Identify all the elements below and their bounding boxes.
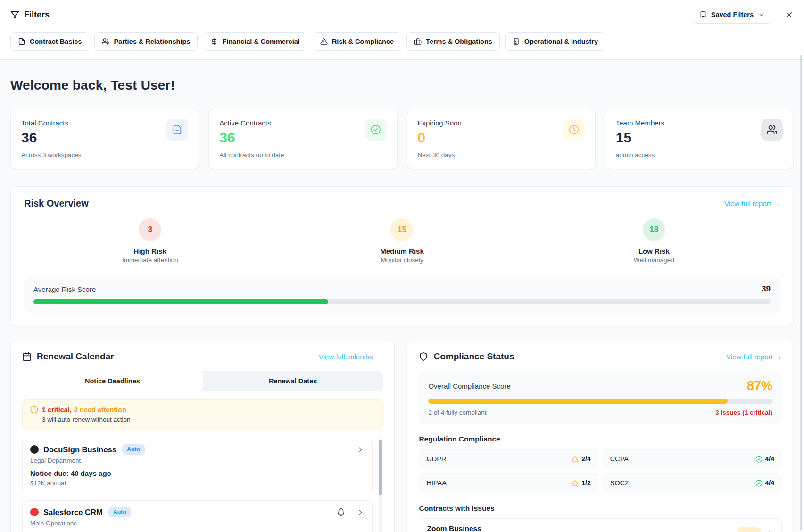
vendor-department: Main Operations (30, 520, 365, 527)
list-scrollbar[interactable] (379, 439, 382, 532)
renewal-list: DocuSign Business Auto Legal Department … (22, 438, 383, 532)
risk-medium-sublabel: Monitor closely (276, 257, 528, 264)
dialog-header: Filters Saved Filters (0, 0, 804, 28)
tab-label: Financial & Commercial (222, 38, 299, 45)
list-scrollbar-thumb[interactable] (379, 440, 382, 495)
tab-parties-relationships[interactable]: Parties & Relationships (94, 32, 198, 51)
tab-operational-industry[interactable]: Operational & Industry (505, 32, 605, 51)
regulation-name: GDPR (426, 455, 446, 463)
stat-card-total-contracts: Total Contracts 36 Across 3 workspaces (10, 109, 199, 169)
building-icon (513, 38, 520, 45)
issues-count-text: 3 issues (1 critical) (715, 409, 772, 416)
renewal-row-docusign[interactable]: DocuSign Business Auto Legal Department … (22, 438, 373, 494)
saved-filters-button[interactable]: Saved Filters (692, 6, 772, 24)
regulation-gdpr: GDPR 2/4 (419, 449, 598, 469)
stat-sublabel: Next 30 days (418, 151, 585, 158)
renewal-row-salesforce[interactable]: Salesforce CRM Auto Main Operations Noti… (22, 500, 373, 532)
stat-label: Total Contracts (21, 119, 68, 127)
dollar-icon (210, 38, 218, 45)
tab-contract-basics[interactable]: Contract Basics (10, 32, 89, 51)
alert-secondary-text: 3 will auto-renew without action (42, 416, 375, 423)
tab-label: Risk & Compliance (332, 38, 394, 45)
alert-triangle-icon (572, 480, 579, 487)
vendor-name: Salesforce CRM (43, 508, 103, 517)
stat-value: 36 (219, 130, 271, 146)
compliance-pct-badge: 72% (737, 527, 761, 532)
briefcase-icon (414, 38, 422, 45)
tab-label: Contract Basics (30, 38, 82, 45)
regulation-soc2: SOC2 4/4 (603, 473, 782, 493)
contract-name: Zoom Business (427, 524, 482, 532)
risk-overview-panel: Risk Overview View full report → 3 High … (10, 186, 794, 326)
tab-risk-compliance[interactable]: Risk & Compliance (313, 32, 401, 51)
tab-renewal-dates[interactable]: Renewal Dates (203, 371, 383, 391)
regulation-count: 4/4 (765, 455, 774, 463)
check-circle-icon (755, 456, 763, 463)
tab-label: Terms & Obligations (426, 38, 492, 45)
compliance-status-panel: Compliance Status View full report → Ove… (407, 341, 794, 532)
page-scrollbar[interactable] (800, 55, 802, 530)
funnel-icon (10, 10, 19, 19)
regulation-ccpa: CCPA 4/4 (603, 449, 782, 469)
average-risk-score-label: Average Risk Score (33, 285, 96, 293)
regulation-name: SOC2 (610, 479, 629, 487)
regulation-name: CCPA (610, 455, 629, 463)
chevron-right-icon[interactable] (766, 530, 774, 532)
chevron-right-icon[interactable] (356, 508, 365, 516)
auto-badge: Auto (122, 444, 145, 455)
filters-dialog: Filters Saved Filters Contract Basics (0, 0, 804, 532)
tab-terms-obligations[interactable]: Terms & Obligations (406, 32, 500, 51)
close-icon[interactable] (785, 10, 794, 19)
compliant-count-text: 2 of 4 fully compliant (428, 409, 486, 416)
alert-triangle-icon (572, 456, 579, 463)
regulation-hipaa: HIPAA 1/2 (419, 473, 598, 493)
alert-critical-text: 1 critical, (42, 406, 72, 414)
stat-card-team-members: Team Members 15 admin access (605, 109, 794, 169)
clock-icon (569, 125, 579, 135)
page-title: Welcome back, Test User! (10, 78, 794, 93)
saved-filters-label: Saved Filters (711, 11, 754, 18)
risk-low-sublabel: Well managed (528, 257, 780, 264)
shield-icon (419, 352, 428, 361)
issue-card-zoom[interactable]: Zoom Business 2 issues • 1 critical 72% (419, 518, 782, 532)
renewal-alert-banner: 1 critical, 2 need attention 3 will auto… (22, 399, 383, 430)
risk-low-count: 18 (643, 218, 665, 241)
chevron-right-icon[interactable] (356, 446, 365, 454)
annual-amount: $12K annual (30, 480, 365, 487)
renewal-calendar-title: Renewal Calendar (37, 351, 114, 362)
stat-sublabel: Across 3 workspaces (21, 151, 188, 158)
stat-value: 36 (21, 130, 68, 146)
file-text-icon (18, 38, 25, 45)
risk-overview-title: Risk Overview (24, 198, 89, 209)
risk-low-label: Low Risk (528, 247, 780, 255)
risk-high-label: High Risk (24, 247, 276, 255)
bell-icon[interactable] (337, 508, 345, 516)
tab-financial-commercial[interactable]: Financial & Commercial (203, 32, 307, 51)
tab-label: Parties & Relationships (114, 38, 190, 45)
risk-medium: 15 Medium Risk Monitor closely (276, 218, 528, 264)
vendor-department: Legal Department (30, 457, 365, 464)
regulation-compliance-title: Regulation Compliance (419, 435, 782, 443)
compliance-progress-fill (428, 399, 728, 404)
view-full-calendar-link[interactable]: View full calendar → (319, 353, 383, 361)
vendor-logo (30, 508, 39, 516)
stat-label: Team Members (616, 119, 664, 127)
risk-high: 3 High Risk Immediate attention (24, 218, 276, 264)
compliance-score-label: Overall Compliance Score (428, 382, 510, 390)
renewal-tabs: Notice Deadlines Renewal Dates (22, 371, 383, 391)
renewal-calendar-panel: Renewal Calendar View full calendar → No… (10, 341, 395, 532)
tab-notice-deadlines[interactable]: Notice Deadlines (22, 371, 203, 391)
stat-card-active-contracts: Active Contracts 36 All contracts up to … (208, 109, 397, 169)
alert-triangle-icon (320, 38, 328, 45)
tab-label: Operational & Industry (524, 38, 598, 45)
contracts-with-issues-title: Contracts with Issues (419, 504, 782, 513)
stat-value: 0 (418, 130, 462, 146)
compliance-view-full-report-link[interactable]: View full report → (726, 353, 782, 361)
vendor-name: DocuSign Business (43, 445, 116, 454)
bookmark-icon (699, 11, 707, 18)
stat-sublabel: admin access (616, 151, 783, 158)
regulation-count: 4/4 (765, 479, 774, 487)
average-risk-progress-fill (33, 299, 328, 304)
filter-category-tabs: Contract Basics Parties & Relationships … (0, 28, 804, 60)
risk-view-full-report-link[interactable]: View full report → (724, 200, 780, 208)
